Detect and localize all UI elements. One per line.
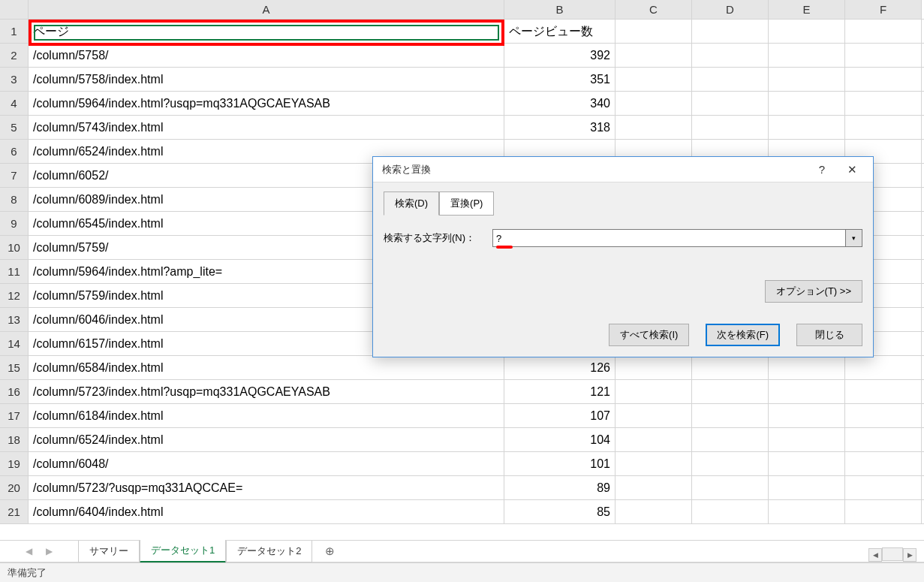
dialog-titlebar[interactable]: 検索と置換 ? ✕ [373,157,873,182]
row-header[interactable]: 3 [0,68,29,91]
row-header[interactable]: 6 [0,140,29,163]
sheet-nav-next-icon[interactable]: ▶ [46,546,53,556]
add-sheet-icon[interactable]: ⊕ [318,544,341,558]
cell[interactable]: /column/6524/index.html [29,428,504,451]
close-icon[interactable]: ✕ [837,159,867,180]
cell[interactable] [845,44,922,67]
cell[interactable] [615,92,692,115]
cell[interactable]: 340 [504,92,615,115]
cell[interactable]: /column/5758/ [29,44,504,67]
options-button[interactable]: オプション(T) >> [765,280,862,303]
cell[interactable]: /column/5964/index.html?usqp=mq331AQGCAE… [29,92,504,115]
cell[interactable]: 121 [504,380,615,403]
row-header[interactable]: 1 [0,20,29,43]
cell[interactable] [692,452,769,475]
sheet-tab-summary[interactable]: サマリー [78,541,140,562]
row-header[interactable]: 11 [0,260,29,283]
cell[interactable] [615,20,692,43]
cell[interactable]: /column/5743/index.html [29,116,504,139]
col-header-A[interactable]: A [29,0,504,19]
row-header[interactable]: 18 [0,428,29,451]
row-header[interactable]: 2 [0,44,29,67]
cell[interactable]: /column/5723/index.html?usqp=mq331AQGCAE… [29,380,504,403]
cell-B1[interactable]: ページビュー数 [504,20,615,43]
cell[interactable]: 351 [504,68,615,91]
cell[interactable] [769,500,845,523]
cell[interactable] [615,500,692,523]
cell[interactable] [845,116,922,139]
cell[interactable]: /column/5758/index.html [29,68,504,91]
cell[interactable] [769,428,845,451]
close-button[interactable]: 閉じる [796,324,862,346]
col-header-D[interactable]: D [692,0,769,19]
cell[interactable] [692,404,769,427]
cell[interactable]: 104 [504,428,615,451]
cell[interactable] [615,116,692,139]
horizontal-scrollbar[interactable]: ◀▶ [868,547,921,561]
cell[interactable]: 89 [504,476,615,499]
cell[interactable] [769,356,845,379]
row-header[interactable]: 12 [0,284,29,307]
cell[interactable] [769,92,845,115]
search-input[interactable] [492,229,846,247]
row-header[interactable]: 8 [0,188,29,211]
cell[interactable] [845,452,922,475]
cell[interactable] [769,68,845,91]
cell[interactable] [845,20,922,43]
sheet-nav-prev-icon[interactable]: ◀ [26,546,32,556]
row-header[interactable]: 10 [0,236,29,259]
cell[interactable] [615,428,692,451]
tab-search[interactable]: 検索(D) [384,191,439,216]
cell[interactable] [615,404,692,427]
cell[interactable] [692,428,769,451]
cell[interactable] [769,116,845,139]
sheet-tab-dataset2[interactable]: データセット2 [226,541,312,562]
row-header[interactable]: 16 [0,380,29,403]
row-header[interactable]: 5 [0,116,29,139]
cell[interactable] [692,476,769,499]
cell[interactable]: /column/6184/index.html [29,404,504,427]
scroll-right-icon[interactable]: ▶ [903,548,916,562]
find-all-button[interactable]: すべて検索(I) [609,324,689,346]
cell[interactable] [692,44,769,67]
cell[interactable]: /column/6584/index.html [29,356,504,379]
search-history-dropdown[interactable]: ▾ [846,229,862,247]
cell[interactable]: 107 [504,404,615,427]
row-header[interactable]: 14 [0,332,29,355]
cell[interactable]: /column/5723/?usqp=mq331AQCCAE= [29,476,504,499]
cell[interactable] [845,68,922,91]
cell[interactable] [615,476,692,499]
cell[interactable] [615,44,692,67]
cell[interactable] [615,380,692,403]
cell[interactable] [692,68,769,91]
cell[interactable]: /column/6404/index.html [29,500,504,523]
row-header[interactable]: 19 [0,452,29,475]
col-header-B[interactable]: B [504,0,615,19]
row-header[interactable]: 21 [0,500,29,523]
row-header[interactable]: 7 [0,164,29,187]
row-header[interactable]: 15 [0,356,29,379]
row-header[interactable]: 17 [0,404,29,427]
cell[interactable] [845,476,922,499]
row-header[interactable]: 13 [0,308,29,331]
cell[interactable] [845,428,922,451]
sheet-tab-dataset1[interactable]: データセット1 [140,540,226,563]
cell[interactable] [615,68,692,91]
cell[interactable] [769,380,845,403]
row-header[interactable]: 9 [0,212,29,235]
col-header-F[interactable]: F [845,0,922,19]
tab-replace[interactable]: 置換(P) [439,191,494,216]
cell[interactable]: 126 [504,356,615,379]
cell[interactable]: 392 [504,44,615,67]
cell[interactable] [692,380,769,403]
cell[interactable] [845,404,922,427]
cell[interactable] [692,356,769,379]
select-all-corner[interactable] [0,0,29,19]
cell[interactable] [692,92,769,115]
cell[interactable] [845,356,922,379]
row-header[interactable]: 4 [0,92,29,115]
scroll-track[interactable] [882,547,903,561]
find-next-button[interactable]: 次を検索(F) [706,324,780,346]
cell[interactable]: 318 [504,116,615,139]
cell[interactable] [692,116,769,139]
